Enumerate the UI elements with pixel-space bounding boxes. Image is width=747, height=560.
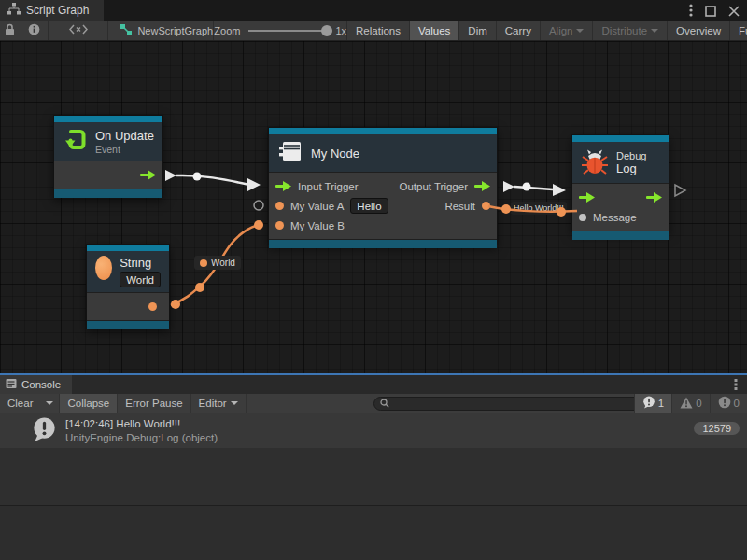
relations-button[interactable]: Relations — [347, 21, 410, 40]
my-value-a-input[interactable]: Hello — [350, 198, 388, 214]
node-title-bar — [572, 135, 669, 142]
my-value-a-port[interactable] — [275, 202, 284, 210]
info-button[interactable] — [21, 21, 49, 40]
my-value-b-label: My Value B — [290, 220, 345, 231]
output-trigger-label: Output Trigger — [399, 181, 468, 192]
close-icon[interactable] — [728, 4, 740, 21]
result-label: Result — [444, 201, 475, 212]
editor-label: Editor — [199, 398, 227, 409]
window-titlebar: Script Graph — [0, 0, 747, 21]
string-literal-icon — [95, 256, 112, 280]
console-tab-label: Console — [21, 379, 61, 390]
align-label: Align — [549, 25, 573, 36]
chevron-down-icon — [651, 29, 658, 33]
dim-button[interactable]: Dim — [459, 21, 496, 40]
node-title: String — [120, 256, 151, 270]
editor-dropdown[interactable]: Editor — [191, 394, 247, 413]
log-entry-line1: [14:02:46] Hello World!!! — [65, 417, 218, 431]
log-input-trigger-port[interactable] — [579, 189, 595, 206]
log-bubble-icon — [642, 396, 655, 411]
my-value-a-label: My Value A — [290, 201, 344, 212]
distribute-label: Distribute — [601, 25, 647, 36]
tab-script-graph[interactable]: Script Graph — [0, 0, 104, 21]
info-icon — [28, 23, 40, 37]
console-log-list[interactable]: [14:02:46] Hello World!!! UnityEngine.De… — [0, 413, 747, 506]
input-trigger-port[interactable] — [275, 178, 291, 195]
clear-dropdown[interactable] — [40, 394, 60, 413]
node-title: Log — [616, 161, 646, 175]
zoom-slider[interactable] — [248, 30, 327, 32]
warning-count-toggle[interactable]: 0 — [671, 394, 709, 413]
trigger-output-port[interactable] — [140, 167, 156, 184]
distribute-dropdown[interactable]: Distribute — [593, 21, 668, 40]
log-output-trigger-port[interactable] — [646, 189, 662, 206]
overview-button[interactable]: Overview — [668, 21, 730, 40]
on-update-loop-icon — [63, 127, 88, 156]
node-debug-log[interactable]: Debug Log Message — [571, 134, 669, 232]
unit-icon — [277, 139, 303, 167]
warning-count: 0 — [696, 398, 701, 409]
values-button[interactable]: Values — [410, 21, 459, 40]
input-trigger-label: Input Trigger — [298, 181, 359, 192]
node-title-bar — [269, 128, 497, 134]
search-input[interactable] — [393, 399, 647, 410]
node-on-update[interactable]: On Update Event — [53, 115, 163, 198]
wire-value-label-hello-world: Hello World!!! — [511, 202, 567, 215]
console-list-icon — [6, 378, 17, 391]
node-title-bar — [87, 245, 169, 251]
graph-canvas[interactable]: On Update Event — [0, 41, 747, 373]
message-label: Message — [593, 212, 637, 223]
string-value-input[interactable]: World — [120, 272, 161, 287]
tab-console[interactable]: Console — [0, 375, 72, 394]
wire-value-text: Hello World!!! — [514, 203, 564, 213]
chevron-down-icon — [231, 401, 238, 405]
log-count-toggle[interactable]: 1 — [634, 394, 671, 413]
console-search[interactable] — [374, 397, 654, 411]
node-my-node[interactable]: My Node Input Trigger Output Trigger — [268, 127, 498, 245]
node-title-bar — [54, 116, 162, 122]
node-subtitle: Event — [95, 144, 154, 155]
node-supertitle: Debug — [616, 150, 646, 161]
graph-toolbar: NewScriptGraph Zoom 1x Relations Values … — [0, 21, 747, 41]
zoom-slider-handle[interactable] — [321, 25, 332, 36]
zoom-label: Zoom — [214, 25, 240, 36]
clear-button[interactable]: Clear — [0, 394, 40, 413]
lock-button[interactable] — [0, 21, 21, 40]
console-toolbar: Clear Collapse Error Pause Editor 1 — [0, 394, 747, 413]
error-circle-icon — [718, 396, 731, 411]
kebab-menu-icon[interactable] — [734, 378, 738, 395]
error-count-toggle[interactable]: 0 — [710, 394, 747, 413]
log-entry-line2: UnityEngine.Debug:Log (object) — [65, 431, 218, 445]
debug-bug-icon — [581, 147, 609, 178]
output-trigger-port[interactable] — [474, 178, 490, 195]
node-title: My Node — [311, 147, 359, 161]
my-value-b-port[interactable] — [275, 221, 284, 230]
fullscreen-button[interactable]: Full S — [730, 21, 747, 40]
graph-hierarchy-icon — [7, 3, 21, 18]
warning-triangle-icon — [680, 397, 693, 411]
maximize-icon[interactable] — [705, 4, 716, 21]
script-graph-asset-icon — [120, 24, 132, 37]
node-string[interactable]: String World — [86, 244, 170, 329]
string-output-port[interactable] — [148, 302, 157, 311]
angle-brackets-x-icon — [69, 24, 88, 36]
chevron-down-icon — [46, 401, 53, 405]
console-detail-pane — [0, 505, 747, 560]
log-message-bubble-icon — [31, 415, 58, 447]
error-pause-button[interactable]: Error Pause — [118, 394, 190, 413]
graph-asset-button[interactable]: NewScriptGraph — [108, 21, 214, 40]
lock-icon — [5, 23, 15, 37]
carry-button[interactable]: Carry — [497, 21, 541, 40]
wire-value-text: World — [211, 258, 235, 268]
code-view-button[interactable] — [49, 21, 109, 40]
console-tabbar: Console — [0, 375, 747, 394]
result-port[interactable] — [482, 202, 490, 210]
collapse-button[interactable]: Collapse — [60, 394, 118, 413]
error-count: 0 — [734, 398, 740, 409]
kebab-menu-icon[interactable] — [689, 4, 693, 21]
collapse-count-badge: 12579 — [694, 422, 740, 435]
graph-name-label: NewScriptGraph — [137, 25, 213, 36]
log-entry-row[interactable]: [14:02:46] Hello World!!! UnityEngine.De… — [0, 413, 747, 448]
message-port[interactable] — [579, 214, 586, 221]
align-dropdown[interactable]: Align — [541, 21, 594, 40]
